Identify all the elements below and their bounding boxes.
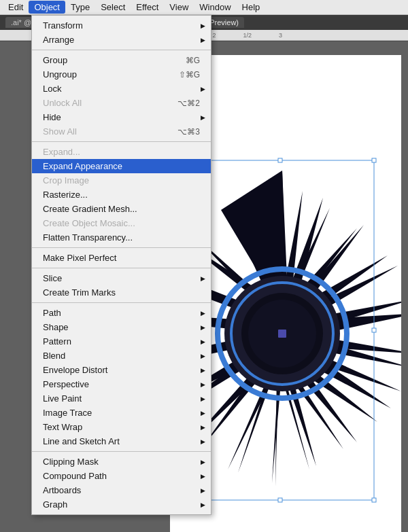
menu-text-wrap[interactable]: Text Wrap bbox=[32, 420, 211, 434]
separator-5 bbox=[32, 302, 211, 303]
menu-group[interactable]: Group ⌘G bbox=[32, 53, 211, 67]
menu-arrange[interactable]: Arrange bbox=[32, 33, 211, 47]
menu-rasterize[interactable]: Rasterize... bbox=[32, 188, 211, 202]
menu-slice[interactable]: Slice bbox=[32, 271, 211, 285]
menu-ungroup[interactable]: Ungroup ⇧⌘G bbox=[32, 67, 211, 82]
menu-transform[interactable]: Transform bbox=[32, 18, 211, 33]
svg-rect-7 bbox=[278, 330, 286, 338]
menu-select[interactable]: Select bbox=[95, 1, 131, 14]
menu-show-all: Show All ⌥⌘3 bbox=[32, 124, 211, 139]
menubar: Edit Object Type Select Effect View Wind… bbox=[0, 0, 408, 15]
separator-4 bbox=[32, 268, 211, 268]
svg-rect-12 bbox=[372, 498, 376, 502]
menu-shape[interactable]: Shape bbox=[32, 320, 211, 334]
menu-line-sketch[interactable]: Line and Sketch Art bbox=[32, 434, 211, 448]
object-menu: Transform Arrange Group ⌘G Ungroup ⇧⌘G L… bbox=[31, 15, 211, 515]
svg-rect-13 bbox=[278, 158, 282, 162]
menu-type[interactable]: Type bbox=[65, 1, 95, 14]
menu-lock[interactable]: Lock bbox=[32, 82, 211, 96]
menu-unlock-all: Unlock All ⌥⌘2 bbox=[32, 96, 211, 110]
menu-perspective[interactable]: Perspective bbox=[32, 377, 211, 391]
menu-live-paint[interactable]: Live Paint bbox=[32, 391, 211, 406]
menu-expand: Expand... bbox=[32, 145, 211, 159]
menu-flatten-transparency[interactable]: Flatten Transparency... bbox=[32, 230, 211, 245]
svg-rect-16 bbox=[372, 328, 376, 332]
menu-expand-appearance[interactable]: Expand Appearance bbox=[32, 159, 211, 173]
menu-effect[interactable]: Effect bbox=[131, 1, 164, 14]
menu-envelope-distort[interactable]: Envelope Distort bbox=[32, 363, 211, 377]
menu-hide[interactable]: Hide bbox=[32, 110, 211, 124]
menu-help[interactable]: Help bbox=[237, 1, 266, 14]
menu-image-trace[interactable]: Image Trace bbox=[32, 406, 211, 420]
menu-trim-marks[interactable]: Create Trim Marks bbox=[32, 285, 211, 300]
menu-blend[interactable]: Blend bbox=[32, 349, 211, 363]
menu-graph[interactable]: Graph bbox=[32, 497, 211, 512]
separator-6 bbox=[32, 451, 211, 452]
svg-rect-10 bbox=[372, 158, 376, 162]
menu-artboards[interactable]: Artboards bbox=[32, 483, 211, 497]
menu-clipping-mask[interactable]: Clipping Mask bbox=[32, 455, 211, 469]
separator-1 bbox=[32, 50, 211, 50]
menu-edit[interactable]: Edit bbox=[3, 1, 29, 14]
separator-3 bbox=[32, 247, 211, 248]
menu-object-mosaic: Create Object Mosaic... bbox=[32, 216, 211, 230]
menu-view[interactable]: View bbox=[164, 1, 194, 14]
menu-pattern[interactable]: Pattern bbox=[32, 334, 211, 349]
menu-path[interactable]: Path bbox=[32, 306, 211, 320]
menu-crop-image: Crop Image bbox=[32, 173, 211, 188]
menu-pixel-perfect[interactable]: Make Pixel Perfect bbox=[32, 251, 211, 265]
menu-window[interactable]: Window bbox=[194, 1, 236, 14]
menu-compound-path[interactable]: Compound Path bbox=[32, 469, 211, 483]
svg-rect-14 bbox=[278, 498, 282, 502]
menu-object[interactable]: Object bbox=[29, 1, 65, 14]
separator-2 bbox=[32, 141, 211, 142]
menu-gradient-mesh[interactable]: Create Gradient Mesh... bbox=[32, 202, 211, 216]
